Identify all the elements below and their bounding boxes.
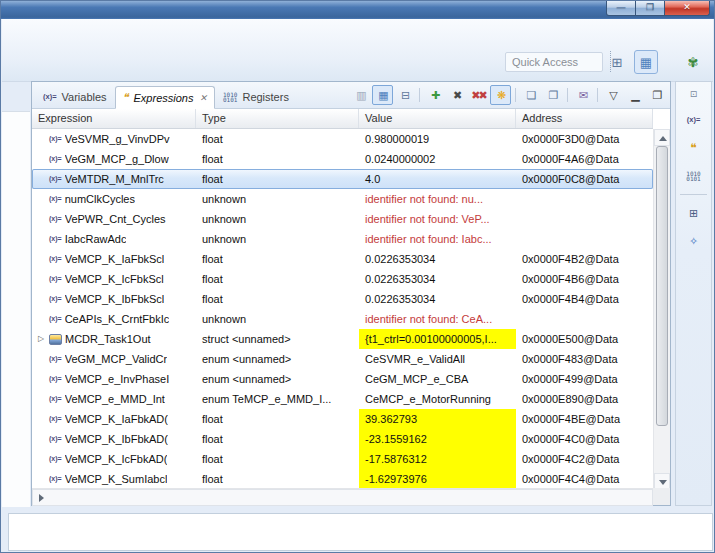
- type-cell: float: [196, 129, 359, 149]
- title-bar[interactable]: — ❐ ✕: [1, 1, 714, 19]
- table-row[interactable]: (x)=VeMCP_K_IaFbkAD(float39.3627930x0000…: [32, 409, 653, 429]
- expression-name: MCDR_Task1Out: [65, 329, 151, 349]
- variable-icon: (x)=: [49, 149, 62, 169]
- remove-all-expressions-icon[interactable]: ✖✖: [468, 85, 489, 105]
- expression-cell: (x)=VeMTDR_M_MnlTrc: [32, 169, 196, 189]
- expression-cell: (x)=VeMCP_e_MMD_Int: [32, 389, 196, 409]
- scroll-up-button[interactable]: [654, 129, 670, 146]
- table-row[interactable]: (x)=VeSVMR_g_VinvDPvfloat0.9800000190x00…: [32, 129, 653, 149]
- tab-expressions[interactable]: ❝Expressions✕: [115, 86, 215, 109]
- expression-name: VeMCP_K_IaFbkAD(: [65, 409, 168, 429]
- expression-name: CeAPIs_K_CrntFbkIc: [65, 309, 170, 329]
- address-cell: 0x0000F4B2@Data: [516, 249, 653, 269]
- expression-name: VeGM_MCP_ValidCr: [65, 349, 168, 369]
- minimize-button[interactable]: —: [606, 1, 636, 16]
- address-cell: 0x0000E890@Data: [516, 389, 653, 409]
- vertical-scrollbar[interactable]: [653, 129, 670, 490]
- horizontal-scrollbar[interactable]: [32, 488, 653, 505]
- expression-cell: (x)=VeSVMR_g_VinvDPv: [32, 129, 196, 149]
- table-row[interactable]: (x)=VeMCP_K_IcFbkSclfloat0.02263530340x0…: [32, 269, 653, 289]
- wand-icon[interactable]: ✧: [681, 230, 707, 253]
- address-cell: [516, 309, 653, 329]
- address-cell: 0x0000F4C0@Data: [516, 429, 653, 449]
- scroll-right-button[interactable]: [32, 489, 653, 506]
- remove-expression-icon[interactable]: ✖: [446, 85, 467, 105]
- table-row[interactable]: (x)=VeGM_MCP_g_Dlowfloat0.02400000020x00…: [32, 149, 653, 169]
- variable-icon: (x)=: [49, 449, 62, 469]
- expression-cell: (x)=CeAPIs_K_CrntFbkIc: [32, 309, 196, 329]
- column-header-address[interactable]: Address: [516, 109, 653, 128]
- show-columns-icon[interactable]: ▥: [350, 85, 371, 105]
- tab-label: Expressions: [134, 92, 194, 104]
- expand-arrow-icon[interactable]: ▷: [36, 329, 46, 349]
- table-row[interactable]: (x)=VePWR_Cnt_Cyclesunknownidentifier no…: [32, 209, 653, 229]
- table-row[interactable]: (x)=VeMCP_K_IbFbkSclfloat0.02263530340x0…: [32, 289, 653, 309]
- address-cell: 0x0000F4C4@Data: [516, 469, 653, 489]
- tab-variables[interactable]: (x)=Variables: [35, 85, 115, 108]
- copy-expressions-icon[interactable]: ❏: [520, 85, 541, 105]
- view-menu-icon[interactable]: ▽: [602, 85, 623, 105]
- expression-name: VeMCP_e_MMD_Int: [65, 389, 165, 409]
- watch-tree-mode-icon[interactable]: ▦: [372, 85, 393, 105]
- add-expression-icon[interactable]: ✚: [424, 85, 445, 105]
- table-row[interactable]: (x)=CeAPIs_K_CrntFbkIcunknownidentifier …: [32, 309, 653, 329]
- expression-cell: ▷MCDR_Task1Out: [32, 329, 196, 349]
- table-row[interactable]: (x)=VeMTDR_M_MnlTrcfloat4.00x0000F0C8@Da…: [32, 169, 653, 189]
- type-cell: float: [196, 469, 359, 489]
- value-cell: {t1_ctrl=0.00100000005,I...: [359, 329, 516, 349]
- address-cell: 0x0000F4C2@Data: [516, 449, 653, 469]
- continuous-refresh-icon[interactable]: ❋: [490, 85, 511, 105]
- table-row[interactable]: (x)=VeMCP_e_MMD_Intenum TeMCP_e_MMD_I...…: [32, 389, 653, 409]
- table-row[interactable]: (x)=VeMCP_e_InvPhaseIenum <unnamed>CeGM_…: [32, 369, 653, 389]
- registers-view-icon[interactable]: 1010 0101: [681, 164, 707, 187]
- tab-registers[interactable]: 1010 0101Registers: [215, 85, 297, 108]
- value-cell: 4.0: [359, 169, 516, 189]
- current-perspective-icon[interactable]: ▦: [634, 50, 658, 74]
- expression-name: IabcRawAdc: [65, 229, 127, 249]
- clone-view-icon[interactable]: ❐: [542, 85, 563, 105]
- export-icon[interactable]: ✉: [572, 85, 593, 105]
- column-header-type[interactable]: Type: [196, 109, 359, 128]
- address-cell: 0x0000F3D0@Data: [516, 129, 653, 149]
- tab-close-icon[interactable]: ✕: [199, 93, 207, 103]
- value-cell: 0.0226353034: [359, 289, 516, 309]
- column-header-value[interactable]: Value: [359, 109, 516, 128]
- table-row[interactable]: (x)=IabcRawAdcunknownidentifier not foun…: [32, 229, 653, 249]
- open-perspective-icon[interactable]: ⊞: [605, 50, 629, 74]
- table-row[interactable]: (x)=VeMCP_K_IaFbkSclfloat0.02263530340x0…: [32, 249, 653, 269]
- table-row[interactable]: (x)=VeMCP_K_IbFbkAD(float-23.15591620x00…: [32, 429, 653, 449]
- column-header-expression[interactable]: Expression: [32, 109, 196, 128]
- table-row[interactable]: ▷MCDR_Task1Outstruct <unnamed>{t1_ctrl=0…: [32, 329, 653, 349]
- close-button[interactable]: ✕: [664, 1, 710, 16]
- maximize-button[interactable]: ❐: [636, 1, 664, 16]
- quick-access-input[interactable]: Quick Access: [505, 52, 603, 72]
- toolbar-separator: [597, 88, 598, 102]
- expression-name: numClkCycles: [65, 189, 135, 209]
- expression-cell: (x)=VeMCP_K_IcFbkScl: [32, 269, 196, 289]
- table-row[interactable]: (x)=VeGM_MCP_ValidCrenum <unnamed>CeSVMR…: [32, 349, 653, 369]
- table-row[interactable]: (x)=VeMCP_K_IcFbkAD(float-17.58763120x00…: [32, 449, 653, 469]
- variables-view-icon[interactable]: (x)=: [681, 108, 707, 131]
- restore-views-icon[interactable]: ⊡: [681, 85, 707, 103]
- debug-perspective-icon[interactable]: ✾: [681, 50, 705, 74]
- registers-icon: 1010 0101: [223, 92, 237, 102]
- minimize-view-icon[interactable]: ▁: [624, 85, 645, 105]
- expression-name: VeMCP_K_IaFbkScl: [65, 249, 165, 269]
- address-cell: 0x0000F483@Data: [516, 349, 653, 369]
- variable-icon: (x)=: [49, 289, 62, 309]
- table-row[interactable]: (x)=numClkCyclesunknownidentifier not fo…: [32, 189, 653, 209]
- variable-icon: (x)=: [49, 129, 62, 149]
- collapse-all-icon[interactable]: ⊟: [394, 85, 415, 105]
- show-view-icon[interactable]: ⊞: [681, 202, 707, 225]
- type-cell: unknown: [196, 209, 359, 229]
- expressions-view-icon[interactable]: ❝: [681, 136, 707, 159]
- expression-cell: (x)=VeMCP_K_IbFbkAD(: [32, 429, 196, 449]
- maximize-view-icon[interactable]: ❐: [646, 85, 667, 105]
- tab-label: Variables: [62, 91, 107, 103]
- address-cell: 0x0000F4B4@Data: [516, 289, 653, 309]
- value-cell: identifier not found: CeA...: [359, 309, 516, 329]
- variable-icon: (x)=: [49, 429, 62, 449]
- vertical-scroll-thumb[interactable]: [656, 146, 668, 426]
- type-cell: float: [196, 409, 359, 429]
- table-row[interactable]: (x)=VeMCP_K_SumIabclfloat-1.629739760x00…: [32, 469, 653, 489]
